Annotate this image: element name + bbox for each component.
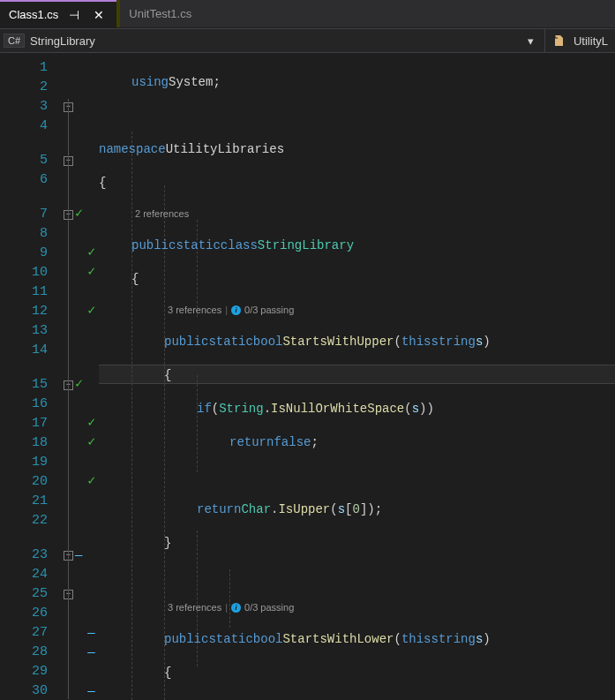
code-line[interactable]: public static bool StartsWithUpper(this … bbox=[99, 332, 615, 351]
pin-icon[interactable]: ⊣ bbox=[65, 6, 83, 24]
tab-bar: Class1.cs ⊣ ✕ UnitTest1.cs bbox=[0, 0, 615, 28]
line-number: 3 bbox=[0, 97, 64, 117]
code-line[interactable]: { bbox=[99, 269, 615, 289]
test-pass-icon: ✓ bbox=[75, 375, 83, 395]
test-pass-icon: ✓ bbox=[75, 205, 83, 224]
line-number: 12 bbox=[0, 302, 64, 321]
code-line[interactable]: if (String.IsNullOrWhiteSpace(s)) bbox=[99, 696, 615, 700]
chevron-down-icon[interactable]: ▾ bbox=[522, 34, 539, 48]
line-number: 10 bbox=[0, 263, 64, 282]
line-number: 19 bbox=[0, 453, 64, 472]
code-line[interactable]: return Char.IsUpper(s[0]); bbox=[99, 500, 615, 519]
line-number: 14 bbox=[0, 341, 64, 360]
code-line[interactable] bbox=[99, 106, 615, 125]
code-line[interactable]: public static class StringLibrary bbox=[99, 236, 615, 255]
nav-scope-member[interactable]: UtilityL bbox=[570, 34, 611, 48]
line-number: 30 bbox=[0, 681, 64, 700]
test-none-icon: — bbox=[75, 546, 82, 565]
info-icon: i bbox=[231, 603, 241, 613]
line-number: 20 bbox=[0, 472, 64, 492]
line-number: 1 bbox=[0, 58, 64, 78]
test-pass-icon: ✓ bbox=[87, 414, 95, 433]
codelens[interactable]: 3 references | i 0/3 passing bbox=[99, 303, 615, 318]
line-number: 17 bbox=[0, 414, 64, 433]
line-number: 29 bbox=[0, 662, 64, 681]
nav-scope-class[interactable]: StringLibrary bbox=[30, 34, 517, 48]
navigation-bar: C# StringLibrary ▾ UtilityL bbox=[0, 28, 615, 53]
test-none-icon: — bbox=[87, 643, 94, 662]
tab-label: UnitTest1.cs bbox=[129, 7, 191, 20]
line-number: 5 bbox=[0, 151, 64, 170]
language-badge: C# bbox=[4, 34, 25, 48]
line-number: 9 bbox=[0, 244, 64, 263]
codelens[interactable]: 3 references | i 0/3 passing bbox=[99, 600, 615, 615]
test-pass-icon: ✓ bbox=[87, 433, 95, 453]
tab-class1[interactable]: Class1.cs ⊣ ✕ bbox=[0, 0, 116, 27]
code-line[interactable]: } bbox=[99, 533, 615, 553]
code-line[interactable] bbox=[99, 466, 615, 485]
info-icon: i bbox=[231, 305, 241, 315]
code-editor: 1 2 3 4 5 6 7 8 9 10 11 12 13 14 15 16 1… bbox=[0, 53, 615, 700]
tab-unittest1[interactable]: UnitTest1.cs bbox=[120, 0, 200, 27]
line-number: 24 bbox=[0, 565, 64, 584]
line-number: 18 bbox=[0, 433, 64, 453]
tab-label: Class1.cs bbox=[9, 8, 58, 21]
code-line[interactable]: if (String.IsNullOrWhiteSpace(s)) bbox=[99, 399, 615, 418]
test-pass-icon: ✓ bbox=[87, 302, 95, 321]
fold-margin: − − −✓ ✓ ✓ ✓ −✓ ✓ ✓ ✓ −— − — — — bbox=[64, 53, 99, 700]
code-line[interactable]: namespace UtilityLibraries bbox=[99, 139, 615, 159]
line-number: 21 bbox=[0, 492, 64, 511]
line-number: 15 bbox=[0, 375, 64, 395]
code-line[interactable]: using System; bbox=[99, 72, 615, 92]
code-line[interactable]: { bbox=[99, 365, 615, 385]
test-pass-icon: ✓ bbox=[87, 263, 95, 282]
nav-divider bbox=[544, 29, 545, 52]
code-line[interactable]: public static bool StartsWithLower(this … bbox=[99, 629, 615, 649]
test-pass-icon: ✓ bbox=[87, 244, 95, 263]
line-number: 11 bbox=[0, 282, 64, 302]
test-none-icon: — bbox=[87, 681, 94, 700]
line-number: 25 bbox=[0, 584, 64, 604]
line-number: 2 bbox=[0, 78, 64, 97]
namespace-icon bbox=[551, 34, 565, 48]
line-number: 22 bbox=[0, 511, 64, 531]
line-number: 27 bbox=[0, 623, 64, 643]
line-number: 13 bbox=[0, 321, 64, 341]
line-number: 26 bbox=[0, 604, 64, 623]
code-line[interactable]: { bbox=[99, 173, 615, 192]
line-number: 7 bbox=[0, 205, 64, 224]
code-line[interactable] bbox=[99, 567, 615, 586]
code-area[interactable]: using System; namespace UtilityLibraries… bbox=[99, 53, 615, 700]
line-number: 4 bbox=[0, 117, 64, 136]
test-pass-icon: ✓ bbox=[87, 472, 95, 492]
line-number-gutter: 1 2 3 4 5 6 7 8 9 10 11 12 13 14 15 16 1… bbox=[0, 53, 64, 700]
line-number: 28 bbox=[0, 643, 64, 662]
test-none-icon: — bbox=[87, 623, 94, 643]
line-number: 23 bbox=[0, 546, 64, 565]
line-number: 6 bbox=[0, 170, 64, 190]
codelens[interactable]: 2 references bbox=[99, 207, 615, 222]
line-number: 16 bbox=[0, 395, 64, 414]
code-line[interactable]: { bbox=[99, 663, 615, 682]
close-icon[interactable]: ✕ bbox=[90, 6, 108, 24]
line-number: 8 bbox=[0, 224, 64, 244]
code-line[interactable]: return false; bbox=[99, 433, 615, 452]
